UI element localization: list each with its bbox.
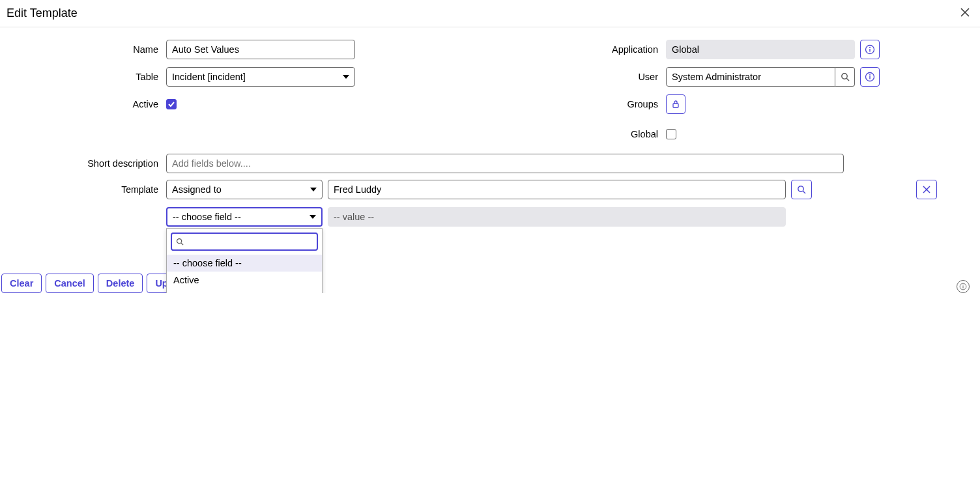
svg-point-1 [869,47,871,48]
template-value-input-1[interactable] [328,180,786,199]
dropdown-search-box[interactable] [171,233,318,251]
template-field-select-1[interactable]: Assigned to [166,180,323,199]
button-bar: Clear Cancel Delete Update [0,274,980,293]
table-select-value: Incident [incident] [172,72,246,82]
user-lookup-button[interactable] [835,67,855,87]
dialog-header: Edit Template [0,0,980,27]
cancel-button[interactable]: Cancel [46,274,94,293]
label-name: Name [39,44,166,55]
name-input[interactable] [166,40,355,59]
form-area: Name Table Incident [incident] Active Ap… [0,27,980,241]
clear-button[interactable]: Clear [1,274,42,293]
dropdown-option[interactable]: -- choose field -- [167,255,322,272]
caret-down-icon [310,188,317,191]
active-checkbox[interactable] [166,99,177,109]
svg-line-4 [846,78,849,81]
label-groups: Groups [503,99,666,109]
template-field-select-1-value: Assigned to [172,184,222,195]
label-table: Table [39,72,166,82]
template-value-lookup-1[interactable] [791,180,812,199]
left-column: Name Table Incident [incident] Active [39,39,477,151]
svg-point-11 [177,239,182,244]
caret-down-icon [310,215,316,219]
delete-button[interactable]: Delete [98,274,143,293]
table-select[interactable]: Incident [incident] [166,67,355,87]
right-column: Application User Groups [503,39,941,151]
label-active: Active [39,99,166,109]
svg-rect-8 [673,104,678,107]
global-checkbox[interactable] [666,129,676,139]
field-dropdown: -- choose field -- Active Activity due A… [166,228,323,293]
user-input[interactable] [666,67,835,87]
search-icon [176,238,184,246]
application-input [666,40,855,59]
dropdown-search-input[interactable] [186,236,313,247]
application-info-button[interactable] [860,40,880,59]
label-short-description: Short description [39,158,166,169]
svg-rect-2 [869,49,870,52]
svg-point-9 [798,186,803,191]
remove-row-button[interactable] [916,180,937,199]
label-template: Template [39,184,166,195]
svg-rect-7 [869,76,870,79]
svg-point-6 [869,74,871,76]
label-global: Global [503,129,666,139]
svg-point-3 [841,74,846,79]
svg-line-10 [803,191,805,193]
caret-down-icon [343,75,349,79]
svg-line-12 [181,243,183,245]
groups-lock-button[interactable] [666,94,685,114]
label-application: Application [503,44,666,55]
short-description-input[interactable] [166,154,844,173]
template-field-select-2[interactable]: -- choose field -- [166,207,323,227]
template-field-select-2-value: -- choose field -- [173,212,241,222]
svg-point-14 [962,285,964,286]
dropdown-option[interactable]: Active [167,272,322,289]
user-info-button[interactable] [860,67,880,87]
svg-rect-15 [962,286,963,288]
dialog-title: Edit Template [7,7,78,20]
dropdown-option[interactable]: Activity due [167,289,322,293]
template-value-input-2 [328,207,786,227]
label-user: User [503,72,666,82]
close-icon[interactable] [960,8,970,20]
page-info-icon[interactable] [957,280,970,293]
